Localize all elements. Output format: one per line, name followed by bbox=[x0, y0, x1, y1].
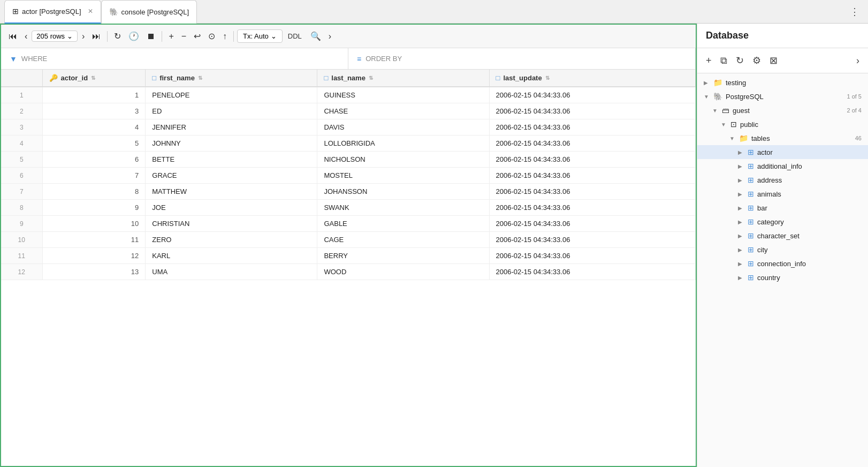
add-connection-button[interactable]: + bbox=[704, 53, 714, 69]
tree-item-postgresql[interactable]: ▼🐘PostgreSQL1 of 5 bbox=[697, 89, 868, 103]
tree-item-bar[interactable]: ▶⊞bar bbox=[697, 201, 868, 215]
database-title: Database bbox=[706, 30, 749, 41]
table-container[interactable]: 🔑 actor_id ⇅ □ first_name ⇅ bbox=[1, 70, 696, 466]
actor-id-header[interactable]: 🔑 actor_id ⇅ bbox=[42, 70, 146, 87]
order-by-section[interactable]: ≡ ORDER BY bbox=[348, 48, 696, 69]
row-number: 2 bbox=[1, 103, 42, 119]
ddl-button[interactable]: DDL bbox=[284, 30, 306, 42]
tree-arrow: ▶ bbox=[738, 149, 744, 155]
tx-selector[interactable]: Tx: Auto ⌄ bbox=[237, 29, 283, 43]
table-row[interactable]: 8 9 JOE SWANK 2006-02-15 04:34:33.06 bbox=[1, 200, 696, 216]
search-button[interactable]: 🔍 bbox=[307, 29, 324, 43]
tab-actor-label: actor [PostgreSQL] bbox=[22, 7, 81, 16]
last-update-cell: 2006-02-15 04:34:33.06 bbox=[489, 103, 695, 119]
table-row[interactable]: 2 3 ED CHASE 2006-02-15 04:34:33.06 bbox=[1, 103, 696, 119]
tree-item-label: bar bbox=[757, 204, 862, 212]
tree-arrow: ▶ bbox=[738, 219, 744, 225]
prev-row-button[interactable]: ‹ bbox=[21, 29, 31, 43]
last-update-cell: 2006-02-15 04:34:33.06 bbox=[489, 184, 695, 200]
refresh-db-button[interactable]: ↻ bbox=[734, 52, 746, 69]
where-label: WHERE bbox=[21, 55, 47, 63]
first-row-button[interactable]: ⏮ bbox=[5, 29, 20, 43]
tab-actor[interactable]: ⊞ actor [PostgreSQL] ✕ bbox=[4, 0, 101, 24]
tree-arrow: ▶ bbox=[738, 163, 744, 169]
sort-icon-last-update: ⇅ bbox=[545, 75, 550, 81]
undo-button[interactable]: ↩ bbox=[191, 29, 204, 43]
table-row[interactable]: 11 12 KARL BERRY 2006-02-15 04:34:33.06 bbox=[1, 248, 696, 264]
tab-bar: ⊞ actor [PostgreSQL] ✕ 🐘 console [Postgr… bbox=[0, 0, 868, 24]
tree-item-address[interactable]: ▶⊞address bbox=[697, 173, 868, 187]
last-update-header[interactable]: □ last_update ⇅ bbox=[489, 70, 695, 87]
expand-button[interactable]: › bbox=[325, 29, 334, 43]
disconnect-button[interactable]: ⊠ bbox=[767, 52, 780, 69]
last-row-button[interactable]: ⏭ bbox=[89, 29, 104, 43]
table-row[interactable]: 7 8 MATTHEW JOHANSSON 2006-02-15 04:34:3… bbox=[1, 184, 696, 200]
remove-row-button[interactable]: − bbox=[178, 29, 189, 43]
copy-button[interactable]: ⊙ bbox=[205, 29, 218, 43]
tree-item-label: address bbox=[757, 176, 862, 184]
next-row-button[interactable]: › bbox=[79, 29, 88, 43]
tree-item-public[interactable]: ▼⊡public bbox=[697, 117, 868, 131]
add-row-button[interactable]: + bbox=[165, 29, 177, 43]
tree-item-testing[interactable]: ▶📁testing bbox=[697, 76, 868, 89]
table-row[interactable]: 9 10 CHRISTIAN GABLE 2006-02-15 04:34:33… bbox=[1, 216, 696, 232]
tree-item-animals[interactable]: ▶⊞animals bbox=[697, 187, 868, 201]
last-update-cell: 2006-02-15 04:34:33.06 bbox=[489, 119, 695, 135]
last-name-cell: JOHANSSON bbox=[317, 184, 489, 200]
filter-icon: ▼ bbox=[10, 55, 17, 63]
last-name-cell: MOSTEL bbox=[317, 168, 489, 184]
rows-selector[interactable]: 205 rows ⌄ bbox=[32, 31, 78, 42]
table-row[interactable]: 12 13 UMA WOOD 2006-02-15 04:34:33.06 bbox=[1, 264, 696, 280]
history-button[interactable]: 🕐 bbox=[125, 29, 142, 43]
last-update-cell: 2006-02-15 04:34:33.06 bbox=[489, 152, 695, 168]
tree-item-city[interactable]: ▶⊞city bbox=[697, 243, 868, 257]
table-icon: ⊞ bbox=[748, 273, 754, 282]
first-name-label: first_name bbox=[159, 74, 195, 82]
export-button[interactable]: ↑ bbox=[219, 29, 230, 43]
tree-item-label: connection_info bbox=[757, 260, 862, 268]
where-section[interactable]: ▼ WHERE bbox=[1, 48, 348, 69]
table-row[interactable]: 6 7 GRACE MOSTEL 2006-02-15 04:34:33.06 bbox=[1, 168, 696, 184]
collapse-sidebar-button[interactable]: › bbox=[854, 53, 862, 69]
last-update-cell: 2006-02-15 04:34:33.06 bbox=[489, 232, 695, 248]
tab-console[interactable]: 🐘 console [PostgreSQL] bbox=[101, 0, 197, 24]
tree-item-guest[interactable]: ▼🗃guest2 of 4 bbox=[697, 103, 868, 117]
last-name-cell: CAGE bbox=[317, 232, 489, 248]
table-row[interactable]: 5 6 BETTE NICHOLSON 2006-02-15 04:34:33.… bbox=[1, 152, 696, 168]
table-row[interactable]: 4 5 JOHNNY LOLLOBRIGIDA 2006-02-15 04:34… bbox=[1, 135, 696, 152]
first-name-cell: JOHNNY bbox=[146, 135, 317, 152]
table-row[interactable]: 10 11 ZERO CAGE 2006-02-15 04:34:33.06 bbox=[1, 232, 696, 248]
first-name-header[interactable]: □ first_name ⇅ bbox=[146, 70, 317, 87]
tree-item-additional[interactable]: ▶⊞additional_info bbox=[697, 159, 868, 173]
tree-item-connection[interactable]: ▶⊞connection_info bbox=[697, 257, 868, 270]
tree-arrow: ▶ bbox=[738, 191, 744, 197]
tree-item-country[interactable]: ▶⊞country bbox=[697, 270, 868, 284]
settings-db-button[interactable]: ⚙ bbox=[750, 52, 763, 69]
tree-item-label: testing bbox=[726, 79, 862, 87]
last-name-header[interactable]: □ last_name ⇅ bbox=[317, 70, 489, 87]
data-panel: ⏮ ‹ 205 rows ⌄ › ⏭ ↻ 🕐 ⏹ + − ↩ ⊙ ↑ Tx: A… bbox=[0, 24, 697, 467]
table-row[interactable]: 3 4 JENNIFER DAVIS 2006-02-15 04:34:33.0… bbox=[1, 119, 696, 135]
db-icon: 🗃 bbox=[722, 106, 729, 115]
tree-item-category[interactable]: ▶⊞category bbox=[697, 215, 868, 229]
rows-dropdown-icon: ⌄ bbox=[67, 32, 73, 40]
tree-item-actor[interactable]: ▶⊞actor bbox=[697, 145, 868, 159]
tab-more-button[interactable]: ⋮ bbox=[846, 6, 864, 18]
first-name-cell: KARL bbox=[146, 248, 317, 264]
copy-connection-button[interactable]: ⧉ bbox=[718, 53, 729, 69]
refresh-button[interactable]: ↻ bbox=[111, 29, 124, 43]
tree-item-tables[interactable]: ▼📁tables46 bbox=[697, 131, 868, 145]
db-toolbar: + ⧉ ↻ ⚙ ⊠ › bbox=[697, 48, 868, 73]
tree-badge: 2 of 4 bbox=[847, 107, 862, 114]
actor-id-cell: 6 bbox=[42, 152, 146, 168]
tab-close-button[interactable]: ✕ bbox=[88, 7, 93, 15]
table-row[interactable]: 1 1 PENELOPE GUINESS 2006-02-15 04:34:33… bbox=[1, 87, 696, 103]
tree-item-label: public bbox=[740, 120, 862, 129]
row-number: 10 bbox=[1, 232, 42, 248]
first-name-cell: BETTE bbox=[146, 152, 317, 168]
tree-item-label: guest bbox=[733, 107, 841, 115]
stop-button[interactable]: ⏹ bbox=[143, 29, 158, 43]
tree-arrow: ▼ bbox=[712, 108, 719, 114]
tree-item-character[interactable]: ▶⊞character_set bbox=[697, 229, 868, 243]
col-icon-last-name: □ bbox=[324, 74, 328, 82]
